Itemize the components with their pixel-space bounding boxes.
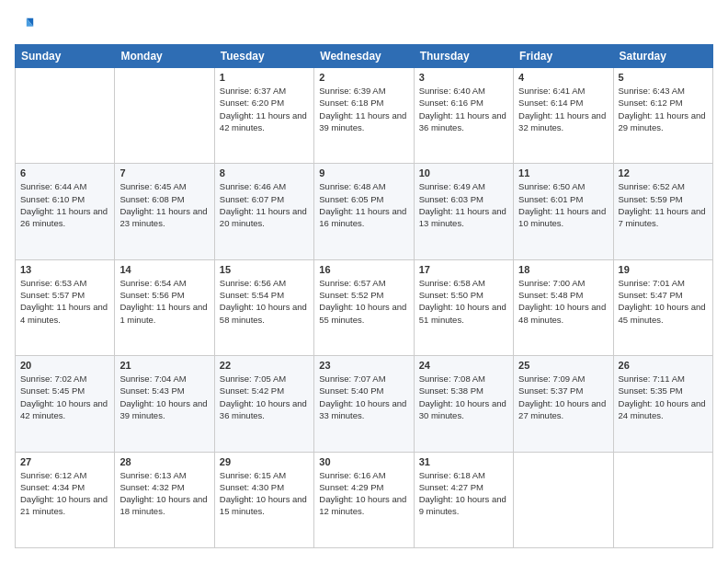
day-info: Sunrise: 6:53 AMSunset: 5:57 PMDaylight:… xyxy=(20,277,109,326)
calendar-cell: 7Sunrise: 6:45 AMSunset: 6:08 PMDaylight… xyxy=(115,164,214,259)
day-number: 11 xyxy=(518,167,608,178)
day-number: 27 xyxy=(20,456,109,467)
day-number: 23 xyxy=(319,360,408,371)
day-number: 6 xyxy=(20,167,109,178)
day-number: 22 xyxy=(220,360,309,371)
weekday-header-tuesday: Tuesday xyxy=(214,45,313,68)
weekday-header-sunday: Sunday xyxy=(16,45,115,68)
day-info: Sunrise: 6:39 AMSunset: 6:18 PMDaylight:… xyxy=(319,85,408,133)
day-info: Sunrise: 6:48 AMSunset: 6:05 PMDaylight:… xyxy=(319,180,408,229)
day-number: 19 xyxy=(619,264,708,275)
day-number: 10 xyxy=(419,167,508,178)
day-info: Sunrise: 7:08 AMSunset: 5:38 PMDaylight:… xyxy=(419,373,508,421)
day-info: Sunrise: 6:45 AMSunset: 6:08 PMDaylight:… xyxy=(119,180,209,229)
day-info: Sunrise: 6:57 AMSunset: 5:52 PMDaylight:… xyxy=(319,277,408,326)
day-info: Sunrise: 6:56 AMSunset: 5:54 PMDaylight:… xyxy=(220,277,309,326)
day-info: Sunrise: 6:58 AMSunset: 5:50 PMDaylight:… xyxy=(419,277,508,326)
day-info: Sunrise: 7:11 AMSunset: 5:35 PMDaylight:… xyxy=(619,373,708,421)
week-row-3: 20Sunrise: 7:02 AMSunset: 5:45 PMDayligh… xyxy=(16,356,713,452)
day-info: Sunrise: 6:46 AMSunset: 6:07 PMDaylight:… xyxy=(220,180,309,229)
calendar-cell: 23Sunrise: 7:07 AMSunset: 5:40 PMDayligh… xyxy=(314,356,414,452)
day-number: 15 xyxy=(220,264,309,275)
day-number: 18 xyxy=(518,264,608,275)
weekday-header-row: SundayMondayTuesdayWednesdayThursdayFrid… xyxy=(16,45,713,68)
calendar-cell: 27Sunrise: 6:12 AMSunset: 4:34 PMDayligh… xyxy=(16,452,115,547)
day-number: 30 xyxy=(319,456,408,467)
day-info: Sunrise: 7:00 AMSunset: 5:48 PMDaylight:… xyxy=(518,277,608,326)
calendar-cell: 21Sunrise: 7:04 AMSunset: 5:43 PMDayligh… xyxy=(115,356,214,452)
day-number: 1 xyxy=(220,72,309,83)
day-info: Sunrise: 6:43 AMSunset: 6:12 PMDaylight:… xyxy=(619,85,708,133)
calendar-cell: 22Sunrise: 7:05 AMSunset: 5:42 PMDayligh… xyxy=(214,356,313,452)
header xyxy=(15,15,713,35)
week-row-2: 13Sunrise: 6:53 AMSunset: 5:57 PMDayligh… xyxy=(16,259,713,355)
day-number: 25 xyxy=(518,360,608,371)
day-number: 14 xyxy=(119,264,209,275)
day-info: Sunrise: 6:12 AMSunset: 4:34 PMDaylight:… xyxy=(20,469,109,518)
day-number: 16 xyxy=(319,264,408,275)
day-info: Sunrise: 7:07 AMSunset: 5:40 PMDaylight:… xyxy=(319,373,408,421)
calendar-cell: 11Sunrise: 6:50 AMSunset: 6:01 PMDayligh… xyxy=(514,164,613,259)
day-number: 21 xyxy=(119,360,209,371)
day-info: Sunrise: 6:13 AMSunset: 4:32 PMDaylight:… xyxy=(119,469,209,518)
day-number: 2 xyxy=(319,72,408,83)
day-number: 3 xyxy=(419,72,508,83)
calendar-cell: 16Sunrise: 6:57 AMSunset: 5:52 PMDayligh… xyxy=(314,259,414,355)
calendar-cell: 29Sunrise: 6:15 AMSunset: 4:30 PMDayligh… xyxy=(214,452,313,547)
calendar-cell xyxy=(514,452,613,547)
calendar-cell xyxy=(115,68,214,164)
week-row-0: 1Sunrise: 6:37 AMSunset: 6:20 PMDaylight… xyxy=(16,68,713,164)
calendar-cell: 30Sunrise: 6:16 AMSunset: 4:29 PMDayligh… xyxy=(314,452,414,547)
calendar-cell: 20Sunrise: 7:02 AMSunset: 5:45 PMDayligh… xyxy=(16,356,115,452)
day-info: Sunrise: 6:37 AMSunset: 6:20 PMDaylight:… xyxy=(220,85,309,133)
calendar-cell: 1Sunrise: 6:37 AMSunset: 6:20 PMDaylight… xyxy=(214,68,313,164)
day-info: Sunrise: 7:01 AMSunset: 5:47 PMDaylight:… xyxy=(619,277,708,326)
day-info: Sunrise: 6:54 AMSunset: 5:56 PMDaylight:… xyxy=(119,277,209,326)
day-info: Sunrise: 6:41 AMSunset: 6:14 PMDaylight:… xyxy=(518,85,608,133)
calendar-cell: 12Sunrise: 6:52 AMSunset: 5:59 PMDayligh… xyxy=(613,164,712,259)
weekday-header-thursday: Thursday xyxy=(414,45,513,68)
calendar-cell: 26Sunrise: 7:11 AMSunset: 5:35 PMDayligh… xyxy=(613,356,712,452)
calendar-cell: 25Sunrise: 7:09 AMSunset: 5:37 PMDayligh… xyxy=(514,356,613,452)
calendar-cell: 31Sunrise: 6:18 AMSunset: 4:27 PMDayligh… xyxy=(414,452,513,547)
weekday-header-saturday: Saturday xyxy=(613,45,712,68)
day-number: 8 xyxy=(220,167,309,178)
logo-icon xyxy=(15,15,35,35)
day-number: 29 xyxy=(220,456,309,467)
calendar-cell: 24Sunrise: 7:08 AMSunset: 5:38 PMDayligh… xyxy=(414,356,513,452)
day-number: 20 xyxy=(20,360,109,371)
calendar-cell: 15Sunrise: 6:56 AMSunset: 5:54 PMDayligh… xyxy=(214,259,313,355)
calendar-cell: 14Sunrise: 6:54 AMSunset: 5:56 PMDayligh… xyxy=(115,259,214,355)
day-info: Sunrise: 7:05 AMSunset: 5:42 PMDaylight:… xyxy=(220,373,309,421)
calendar-cell: 4Sunrise: 6:41 AMSunset: 6:14 PMDaylight… xyxy=(514,68,613,164)
weekday-header-wednesday: Wednesday xyxy=(314,45,414,68)
calendar-cell: 3Sunrise: 6:40 AMSunset: 6:16 PMDaylight… xyxy=(414,68,513,164)
logo xyxy=(15,15,37,35)
day-info: Sunrise: 6:15 AMSunset: 4:30 PMDaylight:… xyxy=(220,469,309,518)
calendar-cell: 6Sunrise: 6:44 AMSunset: 6:10 PMDaylight… xyxy=(16,164,115,259)
day-info: Sunrise: 6:52 AMSunset: 5:59 PMDaylight:… xyxy=(619,180,708,229)
page: SundayMondayTuesdayWednesdayThursdayFrid… xyxy=(0,0,728,563)
day-number: 7 xyxy=(119,167,209,178)
day-number: 9 xyxy=(319,167,408,178)
calendar-cell: 2Sunrise: 6:39 AMSunset: 6:18 PMDaylight… xyxy=(314,68,414,164)
calendar-cell: 8Sunrise: 6:46 AMSunset: 6:07 PMDaylight… xyxy=(214,164,313,259)
calendar-cell: 18Sunrise: 7:00 AMSunset: 5:48 PMDayligh… xyxy=(514,259,613,355)
day-number: 4 xyxy=(518,72,608,83)
day-number: 26 xyxy=(619,360,708,371)
day-info: Sunrise: 6:40 AMSunset: 6:16 PMDaylight:… xyxy=(419,85,508,133)
day-info: Sunrise: 6:50 AMSunset: 6:01 PMDaylight:… xyxy=(518,180,608,229)
day-number: 12 xyxy=(619,167,708,178)
day-info: Sunrise: 6:44 AMSunset: 6:10 PMDaylight:… xyxy=(20,180,109,229)
day-number: 31 xyxy=(419,456,508,467)
calendar-cell xyxy=(16,68,115,164)
day-info: Sunrise: 7:04 AMSunset: 5:43 PMDaylight:… xyxy=(119,373,209,421)
week-row-4: 27Sunrise: 6:12 AMSunset: 4:34 PMDayligh… xyxy=(16,452,713,547)
weekday-header-friday: Friday xyxy=(514,45,613,68)
day-number: 5 xyxy=(619,72,708,83)
day-info: Sunrise: 7:02 AMSunset: 5:45 PMDaylight:… xyxy=(20,373,109,421)
calendar-table: SundayMondayTuesdayWednesdayThursdayFrid… xyxy=(15,44,713,548)
calendar-cell: 17Sunrise: 6:58 AMSunset: 5:50 PMDayligh… xyxy=(414,259,513,355)
day-info: Sunrise: 6:49 AMSunset: 6:03 PMDaylight:… xyxy=(419,180,508,229)
day-info: Sunrise: 7:09 AMSunset: 5:37 PMDaylight:… xyxy=(518,373,608,421)
